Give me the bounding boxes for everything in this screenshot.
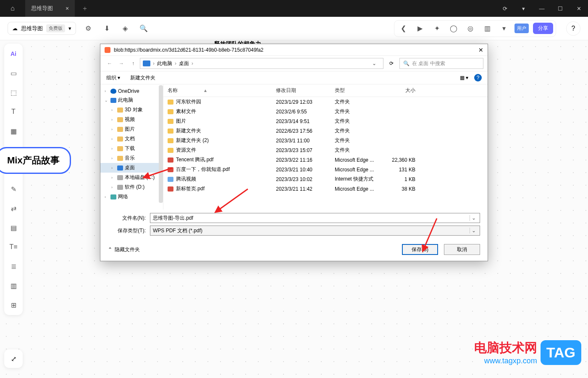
tree-item[interactable]: ›3D 对象 — [100, 105, 163, 115]
tree-item[interactable]: ›文档 — [100, 134, 163, 144]
play-icon[interactable]: ▶ — [414, 22, 426, 35]
settings-icon[interactable]: ⚙ — [82, 22, 94, 35]
tab-close-icon[interactable]: × — [66, 5, 69, 12]
mindmap-root-node[interactable]: Mix产品故事 — [0, 147, 71, 174]
view-mode-icon[interactable]: ▦ ▾ — [460, 75, 468, 81]
tree-item[interactable]: ⌄此电脑 — [100, 95, 163, 105]
search-icon: 🔍 — [403, 60, 410, 66]
tool-palette: Ai ▭ ⬚ T ▦ ◯ ∫ ✎ ⇄ ▤ T≡ ≣ ▥ ⊞ — [4, 44, 23, 315]
watermark: 电脑技术网 www.tagxp.com TAG — [474, 339, 581, 365]
tree-item[interactable]: ›网络 — [100, 192, 163, 202]
filetype-label: 保存类型(T): — [108, 227, 146, 234]
user-button[interactable]: 用户 — [514, 24, 529, 33]
more-icon[interactable]: ▾ — [498, 22, 510, 35]
target-icon[interactable]: ◎ — [464, 22, 477, 35]
col-type[interactable]: 类型 — [331, 84, 382, 97]
frame-tool[interactable]: ⬚ — [8, 87, 19, 98]
sticky-tool[interactable]: ▦ — [8, 125, 19, 137]
shapes-tool[interactable]: ⊞ — [8, 299, 19, 311]
browser-tab[interactable]: 思维导图 × — [25, 0, 75, 17]
filetype-dropdown-icon[interactable]: ⌄ — [470, 228, 477, 234]
home-icon[interactable]: ⌂ — [0, 5, 25, 12]
chart-icon[interactable]: ▥ — [481, 22, 494, 35]
filetype-select[interactable]: WPS PDF 文档 (*.pdf) ⌄ — [150, 226, 480, 236]
tree-item[interactable]: ›OneDrive — [100, 87, 163, 95]
tree-item[interactable]: ›下载 — [100, 144, 163, 153]
tree-item[interactable]: ›软件 (D:) — [100, 182, 163, 192]
close-icon[interactable]: ✕ — [570, 5, 588, 12]
dialog-title: blob:https://boardmix.cn/3d12d621-8131-4… — [114, 47, 263, 53]
chevron-down-icon[interactable]: ▾ — [68, 25, 71, 32]
breadcrumb[interactable]: › 此电脑 › 桌面 › ⌄ — [140, 58, 383, 69]
pen-tool[interactable]: ✎ — [8, 183, 19, 195]
cancel-button[interactable]: 取消 — [444, 244, 480, 255]
nav-up-icon[interactable]: ↑ — [128, 60, 138, 66]
toolbar-right-group: ❮ ▶ ✦ ◯ ◎ ▥ ▾ 用户 分享 — [394, 20, 556, 37]
tree-item[interactable]: ›桌面 — [100, 163, 163, 173]
new-tab-button[interactable]: ＋ — [75, 4, 95, 13]
file-list-header[interactable]: 名称 ▴ 修改日期 类型 大小 — [163, 84, 488, 97]
circle-icon[interactable]: ◯ — [447, 22, 460, 35]
search-input[interactable]: 🔍 在 桌面 中搜索 — [399, 58, 483, 69]
breadcrumb-folder[interactable]: 桌面 — [179, 60, 189, 67]
save-button[interactable]: 保存(S) — [402, 244, 438, 255]
breadcrumb-root[interactable]: 此电脑 — [157, 60, 172, 67]
table-tool[interactable]: ▤ — [8, 222, 19, 234]
collapse-icon[interactable]: ❮ — [397, 22, 410, 35]
file-row[interactable]: 新建文件夹 (2)2023/3/1 11:00文件夹 — [163, 136, 488, 145]
share-button[interactable]: 分享 — [533, 23, 553, 34]
search-placeholder: 在 桌面 中搜索 — [412, 60, 445, 67]
file-row[interactable]: 素材文件2023/2/6 9:55文件夹 — [163, 107, 488, 116]
file-row[interactable]: 新标签页.pdf2023/3/21 11:42Microsoft Edge ..… — [163, 184, 488, 194]
maximize-icon[interactable]: ☐ — [551, 5, 570, 12]
ai-tool[interactable]: Ai — [8, 48, 19, 60]
refresh-icon[interactable]: ⟳ — [496, 5, 514, 12]
minimize-icon[interactable]: — — [533, 5, 551, 12]
download-icon[interactable]: ⬇ — [100, 22, 113, 35]
file-row[interactable]: 腾讯视频2023/3/23 10:02Internet 快捷方式1 KB — [163, 174, 488, 184]
file-row[interactable]: 图片2023/3/14 9:51文件夹 — [163, 116, 488, 126]
file-row[interactable]: 百度一下，你就知道.pdf2023/3/21 10:40Microsoft Ed… — [163, 165, 488, 174]
list-tool[interactable]: ≣ — [8, 260, 19, 272]
textblock-tool[interactable]: T≡ — [8, 241, 19, 253]
rect-tool[interactable]: ▭ — [8, 67, 19, 79]
nav-back-icon[interactable]: ← — [105, 60, 115, 66]
tree-item[interactable]: ›本地磁盘 (C:) — [100, 173, 163, 182]
col-date[interactable]: 修改日期 — [272, 84, 331, 97]
tree-item[interactable]: ›视频 — [100, 115, 163, 124]
watermark-url: www.tagxp.com — [474, 357, 537, 365]
text-tool[interactable]: T — [8, 106, 19, 118]
tree-item[interactable]: ›音乐 — [100, 153, 163, 163]
breadcrumb-dropdown-icon[interactable]: ⌄ — [368, 60, 381, 66]
sort-icon[interactable]: ▴ — [204, 87, 207, 93]
file-row[interactable]: 新建文件夹2022/6/23 17:56文件夹 — [163, 126, 488, 136]
folder-tree[interactable]: ›OneDrive⌄此电脑›3D 对象›视频›图片›文档›下载›音乐›桌面›本地… — [100, 84, 163, 210]
nav-refresh-icon[interactable]: ⟳ — [385, 60, 398, 66]
dialog-close-icon[interactable]: ✕ — [478, 47, 483, 53]
file-row[interactable]: 资源文件2023/3/23 15:07文件夹 — [163, 145, 488, 155]
tag-icon[interactable]: ◈ — [119, 22, 131, 35]
plan-badge: 免费版 — [46, 24, 65, 32]
filename-input[interactable]: 思维导图-导出.pdf ⌄ — [150, 213, 480, 223]
organize-menu[interactable]: 组织 ▾ — [106, 74, 120, 81]
flow-tool[interactable]: ⇄ — [8, 202, 19, 214]
file-row[interactable]: 河东软件园2023/1/29 12:03文件夹 — [163, 97, 488, 107]
search-icon[interactable]: 🔍 — [137, 22, 150, 35]
col-size[interactable]: 大小 — [382, 84, 420, 97]
hide-folders-toggle[interactable]: ⌃ 隐藏文件夹 — [108, 246, 140, 253]
nav-forward-icon[interactable]: → — [116, 60, 126, 66]
help-icon[interactable]: ? — [474, 74, 482, 81]
new-folder-button[interactable]: 新建文件夹 — [130, 74, 155, 81]
file-list[interactable]: 名称 ▴ 修改日期 类型 大小 河东软件园2023/1/29 12:03文件夹素… — [163, 84, 488, 210]
document-crumb[interactable]: ☁ 思维导图 免费版 ▾ — [8, 22, 76, 35]
file-row[interactable]: Tencent 腾讯.pdf2023/3/22 11:16Microsoft E… — [163, 155, 488, 165]
sparkle-icon[interactable]: ✦ — [430, 22, 443, 35]
filename-dropdown-icon[interactable]: ⌄ — [470, 215, 477, 221]
fit-view-button[interactable]: ⤢ — [4, 349, 23, 368]
col-name[interactable]: 名称 — [168, 87, 178, 93]
dropdown-icon[interactable]: ▾ — [514, 5, 533, 12]
scrollbar-thumb[interactable] — [159, 85, 163, 203]
tree-item[interactable]: ›图片 — [100, 124, 163, 134]
grid-tool[interactable]: ▥ — [8, 280, 19, 291]
help-icon[interactable]: ? — [566, 21, 580, 36]
